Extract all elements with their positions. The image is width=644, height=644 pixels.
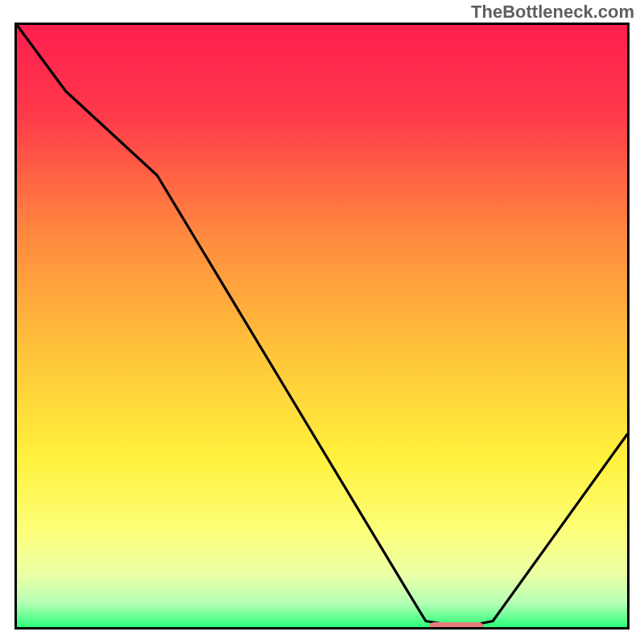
- chart-plot-area: [14, 23, 630, 630]
- chart-line-svg: [17, 25, 627, 627]
- optimum-marker: [429, 622, 484, 630]
- chart-line: [17, 25, 627, 627]
- attribution-label: TheBottleneck.com: [471, 2, 634, 23]
